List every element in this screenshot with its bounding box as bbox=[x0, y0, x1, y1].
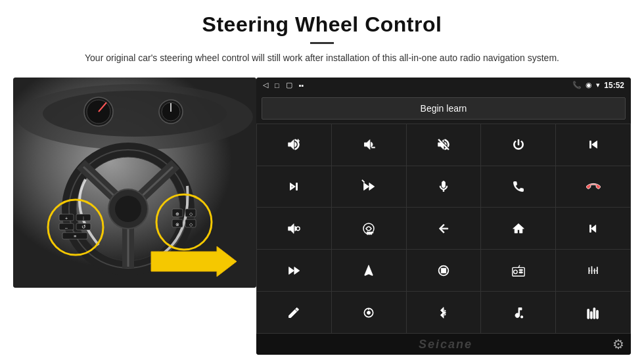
phone-signal-icon: 📞 bbox=[572, 81, 582, 89]
svg-text:⋮: ⋮ bbox=[81, 216, 85, 220]
status-icons-right: 📞 ◉ ▾ 15:52 bbox=[572, 81, 624, 90]
rewind-button[interactable] bbox=[556, 208, 630, 249]
begin-learn-button[interactable]: Begin learn bbox=[262, 97, 626, 120]
svg-text:↺: ↺ bbox=[81, 224, 86, 230]
header-section: Steering Wheel Control Your original car… bbox=[0, 0, 644, 71]
svg-point-2 bbox=[43, 91, 227, 137]
prev-track-button[interactable] bbox=[556, 124, 630, 166]
location-icon: ◉ bbox=[586, 81, 592, 89]
svg-rect-51 bbox=[519, 272, 523, 273]
power-button[interactable] bbox=[481, 124, 555, 166]
radio-button[interactable] bbox=[481, 250, 555, 291]
wifi-icon: ▾ bbox=[596, 81, 600, 89]
title-divider bbox=[310, 42, 334, 44]
page-subtitle: Your original car's steering wheel contr… bbox=[66, 51, 578, 65]
svg-rect-63 bbox=[593, 307, 595, 319]
fast-forward-button[interactable] bbox=[257, 250, 331, 291]
clock: 15:52 bbox=[604, 81, 624, 90]
car-image-area: + – ⋮ ↺ ≡ ⊕ ◇ ⊗ ◇ bbox=[13, 78, 256, 288]
source-button[interactable] bbox=[407, 250, 481, 291]
page-wrapper: Steering Wheel Control Your original car… bbox=[0, 0, 644, 360]
call-button[interactable] bbox=[481, 166, 555, 208]
navigation-button[interactable] bbox=[332, 250, 406, 291]
home-button[interactable] bbox=[481, 208, 555, 249]
controls-grid: + – bbox=[256, 124, 631, 334]
status-icons-left: ◁ □ ▢ ▪▪ bbox=[263, 81, 304, 89]
svg-rect-64 bbox=[596, 310, 598, 319]
svg-text:+: + bbox=[65, 216, 68, 221]
svg-text:≡: ≡ bbox=[74, 234, 76, 238]
vol-down-button[interactable]: – bbox=[332, 124, 406, 166]
svg-text:–: – bbox=[372, 145, 375, 151]
next-button[interactable] bbox=[257, 166, 331, 208]
watermark-row: Seicane ⚙ bbox=[256, 334, 631, 355]
bluetooth-button[interactable] bbox=[407, 292, 481, 333]
eq-button[interactable] bbox=[556, 250, 630, 291]
svg-text:⊗: ⊗ bbox=[175, 222, 179, 227]
equalizer-bars-button[interactable] bbox=[556, 292, 630, 333]
svg-text:⊕: ⊕ bbox=[175, 212, 179, 216]
svg-text:360°: 360° bbox=[367, 231, 373, 235]
svg-point-19 bbox=[115, 196, 141, 222]
svg-rect-50 bbox=[519, 269, 523, 271]
svg-rect-62 bbox=[590, 311, 592, 319]
svg-text:–: – bbox=[65, 225, 68, 230]
seicane-watermark: Seicane bbox=[279, 338, 612, 351]
content-section: + – ⋮ ↺ ≡ ⊕ ◇ ⊗ ◇ bbox=[0, 71, 644, 360]
svg-point-58 bbox=[367, 311, 371, 314]
pen-button[interactable] bbox=[257, 292, 331, 333]
music-button[interactable]: ⊕ bbox=[481, 292, 555, 333]
mute-button[interactable] bbox=[407, 124, 481, 166]
ff-mute-button[interactable] bbox=[332, 166, 406, 208]
head-unit: ◁ □ ▢ ▪▪ 📞 ◉ ▾ 15:52 Begin learn bbox=[256, 78, 631, 355]
settings-gear-icon[interactable]: ⚙ bbox=[612, 336, 624, 352]
svg-rect-61 bbox=[587, 309, 589, 319]
steering-wheel-svg: + – ⋮ ↺ ≡ ⊕ ◇ ⊗ ◇ bbox=[13, 78, 256, 288]
media-icon: ▪▪ bbox=[299, 81, 304, 89]
end-call-button[interactable] bbox=[556, 166, 630, 208]
vol-up-button[interactable]: + bbox=[257, 124, 331, 166]
mic-button[interactable] bbox=[407, 166, 481, 208]
back-nav-icon[interactable]: ◁ bbox=[263, 81, 268, 89]
svg-point-48 bbox=[513, 270, 517, 274]
home-nav-icon[interactable]: □ bbox=[275, 81, 279, 89]
horn-button[interactable] bbox=[257, 208, 331, 249]
page-title: Steering Wheel Control bbox=[39, 12, 605, 37]
back-button[interactable] bbox=[407, 208, 481, 249]
settings-knob-button[interactable] bbox=[332, 292, 406, 333]
begin-learn-row: Begin learn bbox=[256, 93, 631, 124]
svg-line-42 bbox=[362, 180, 365, 183]
360-cam-button[interactable]: 360° bbox=[332, 208, 406, 249]
recent-nav-icon[interactable]: ▢ bbox=[286, 81, 292, 89]
svg-text:+: + bbox=[297, 138, 300, 144]
status-bar: ◁ □ ▢ ▪▪ 📞 ◉ ▾ 15:52 bbox=[256, 78, 631, 93]
svg-text:⊕: ⊕ bbox=[520, 315, 522, 319]
